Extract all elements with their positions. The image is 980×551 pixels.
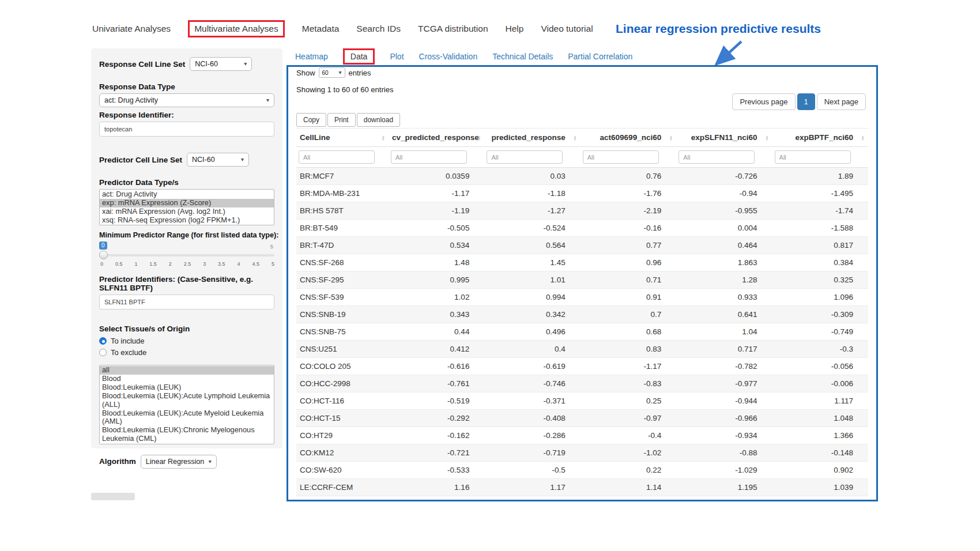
sort-icon[interactable] <box>861 134 865 141</box>
table-row[interactable]: CO:SW-620-0.533-0.50.22-1.0290.902 <box>296 462 868 479</box>
tissue-listbox[interactable]: allBloodBlood:Leukemia (LEUK)Blood:Leuke… <box>99 365 274 444</box>
showing-info: Showing 1 to 60 of 60 entries <box>296 85 393 94</box>
option-blood-leukemia-leuk-chronic-myelogenous-leukemia-cml[interactable]: Blood:Leukemia (LEUK):Chronic Myelogenou… <box>100 426 274 443</box>
value-cell: 1.096 <box>772 289 868 306</box>
option-all[interactable]: all <box>100 366 274 375</box>
value-cell: -1.17 <box>581 358 676 375</box>
option-blood-leukemia-leuk-acute-lymphoid-leukemia-all[interactable]: Blood:Leukemia (LEUK):Acute Lymphoid Leu… <box>100 392 274 409</box>
table-row[interactable]: BR:MCF70.03590.030.76-0.7261.89 <box>296 168 868 185</box>
table-row[interactable]: BR:MDA-MB-231-1.17-1.18-1.76-0.94-1.495 <box>296 185 868 202</box>
option-blood[interactable]: Blood <box>100 375 274 383</box>
table-row[interactable]: CNS:U2510.4120.40.830.717-0.3 <box>296 341 868 358</box>
sort-icon[interactable] <box>765 134 768 141</box>
table-row[interactable]: CO:HT29-0.162-0.286-0.4-0.9341.366 <box>296 427 868 444</box>
previous-page-button[interactable]: Previous page <box>732 93 795 110</box>
table-row[interactable]: BR:HS 578T-1.19-1.27-2.19-0.955-1.74 <box>296 202 868 220</box>
value-cell: -0.97 <box>581 410 676 427</box>
table-row[interactable]: LE:CCRF-CEM1.161.171.141.1951.039 <box>296 479 868 496</box>
table-row[interactable]: CO:HCT-15-0.292-0.408-0.97-0.9661.048 <box>296 410 868 427</box>
page-1-button[interactable]: 1 <box>797 93 815 110</box>
option-blood-leukemia-leuk-acute-myeloid-leukemia-aml[interactable]: Blood:Leukemia (LEUK):Acute Myeloid Leuk… <box>100 409 274 427</box>
filter-input-expslfn11-nci60[interactable] <box>679 150 755 164</box>
value-cell: 0.342 <box>484 306 580 323</box>
table-row[interactable]: LE:HL-60(TB)0.9510.9340.681.3070.031 <box>296 496 868 502</box>
slider-handle[interactable] <box>99 251 108 259</box>
nav-item-tcga-distribution[interactable]: TCGA distribution <box>418 24 488 34</box>
nav-item-search-ids[interactable]: Search IDs <box>356 24 401 34</box>
table-row[interactable]: CO:HCC-2998-0.761-0.746-0.83-0.977-0.006 <box>296 375 868 393</box>
option-xai-mrna-expression-avg-log2-int[interactable]: xai: mRNA Expression (Avg. log2 Int.) <box>100 207 274 216</box>
algorithm-select[interactable]: Linear Regression <box>141 455 217 469</box>
table-row[interactable]: BR:BT-549-0.505-0.524-0.160.004-1.588 <box>296 220 868 237</box>
tab-partial-correlation[interactable]: Partial Correlation <box>568 52 632 61</box>
tab-data[interactable]: Data <box>343 48 375 65</box>
value-cell: -0.292 <box>389 410 484 427</box>
next-page-button[interactable]: Next page <box>817 93 866 110</box>
filter-input-cellline[interactable] <box>299 150 375 164</box>
page-length-select[interactable]: 60 <box>319 67 345 78</box>
chevron-down-icon <box>241 157 244 163</box>
predictor-data-types-listbox[interactable]: act: Drug Activityexp: mRNA Expression (… <box>99 189 274 225</box>
nav-item-metadata[interactable]: Metadata <box>302 24 340 34</box>
nav-item-multivariate-analyses[interactable]: Multivariate Analyses <box>188 20 285 37</box>
column-header-expslfn11-nci60[interactable]: expSLFN11_nci60 <box>676 129 772 147</box>
radio-to-include[interactable]: To include <box>99 337 274 345</box>
column-header-cellline[interactable]: CellLine <box>296 129 389 147</box>
value-cell: -0.519 <box>389 393 484 410</box>
table-row[interactable]: CNS:SNB-190.3430.3420.70.641-0.309 <box>296 306 868 323</box>
column-header-expbptf-nci60[interactable]: expBPTF_nci60 <box>772 129 868 147</box>
response-cell-line-set-select[interactable]: NCI-60 <box>190 57 252 71</box>
response-data-type-select[interactable]: act: Drug Activity <box>99 93 274 107</box>
value-cell: 0.384 <box>772 254 868 271</box>
nav-item-univariate-analyses[interactable]: Univariate Analyses <box>92 24 171 34</box>
column-header-predicted-response[interactable]: predicted_response <box>484 129 580 147</box>
value-cell: 0.96 <box>581 254 676 271</box>
predictor-cell-line-set-select[interactable]: NCI-60 <box>187 153 249 167</box>
response-identifier-input[interactable] <box>99 122 274 137</box>
tab-plot[interactable]: Plot <box>390 52 404 61</box>
cellline-cell: BR:MDA-MB-231 <box>296 185 389 202</box>
slider-track[interactable] <box>99 254 274 256</box>
table-row[interactable]: CNS:SF-2950.9951.010.711.280.325 <box>296 271 868 289</box>
table-row[interactable]: CO:COLO 205-0.616-0.619-1.17-0.782-0.056 <box>296 358 868 375</box>
filter-input-cv-predicted-response[interactable] <box>391 150 467 164</box>
tab-cross-validation[interactable]: Cross-Validation <box>419 52 478 61</box>
column-header-act609699-nci60[interactable]: act609699_nci60 <box>581 129 676 147</box>
nav-item-help[interactable]: Help <box>506 24 524 34</box>
filter-input-predicted-response[interactable] <box>487 150 563 164</box>
predictor-identifiers-input[interactable] <box>99 295 274 310</box>
option-xsq-rna-seq-expression-log2-fpkm-1[interactable]: xsq: RNA-seq Expression (log2 FPKM+1.) <box>100 216 274 225</box>
sort-icon[interactable] <box>477 134 481 141</box>
min-predictor-range-slider[interactable]: 0 5 00.511.522.533.544.55 <box>99 241 274 270</box>
tab-technical-details[interactable]: Technical Details <box>492 52 553 61</box>
copy-button[interactable]: Copy <box>296 113 326 127</box>
table-row[interactable]: CNS:SF-2681.481.450.961.8630.384 <box>296 254 868 271</box>
radio-button-icon[interactable] <box>99 337 107 345</box>
sort-icon[interactable] <box>573 134 576 141</box>
table-row[interactable]: CNS:SF-5391.020.9940.910.9331.096 <box>296 289 868 306</box>
tab-heatmap[interactable]: Heatmap <box>295 52 328 61</box>
table-row[interactable]: BR:T-47D0.5340.5640.770.4640.817 <box>296 237 868 254</box>
cellline-cell: CO:COLO 205 <box>296 358 389 375</box>
download-button[interactable]: download <box>357 113 400 127</box>
table-row[interactable]: CNS:SNB-750.440.4960.681.04-0.749 <box>296 323 868 341</box>
nav-item-video-tutorial[interactable]: Video tutorial <box>541 24 593 34</box>
cellline-cell: CO:HCT-15 <box>296 410 389 427</box>
sort-icon[interactable] <box>669 134 673 141</box>
entries-label: entries <box>349 69 371 77</box>
option-blood-leukemia-leuk[interactable]: Blood:Leukemia (LEUK) <box>100 383 274 392</box>
filter-input-act609699-nci60[interactable] <box>583 150 659 164</box>
value-cell: -0.616 <box>389 358 484 375</box>
table-row[interactable]: CO:HCT-116-0.519-0.3710.25-0.9441.117 <box>296 393 868 410</box>
option-act-drug-activity[interactable]: act: Drug Activity <box>100 190 274 199</box>
filter-input-expbptf-nci60[interactable] <box>775 150 851 164</box>
value-cell: -0.5 <box>484 462 580 479</box>
sort-icon[interactable] <box>382 134 385 141</box>
option-exp-mrna-expression-z-score[interactable]: exp: mRNA Expression (Z-Score) <box>100 199 274 207</box>
radio-to-exclude[interactable]: To exclude <box>99 348 274 357</box>
value-cell: -0.719 <box>484 444 580 462</box>
column-header-cv-predicted-response[interactable]: cv_predicted_response <box>389 129 484 147</box>
print-button[interactable]: Print <box>327 113 356 127</box>
radio-button-icon[interactable] <box>99 349 107 356</box>
table-row[interactable]: CO:KM12-0.721-0.719-1.02-0.88-0.148 <box>296 444 868 462</box>
